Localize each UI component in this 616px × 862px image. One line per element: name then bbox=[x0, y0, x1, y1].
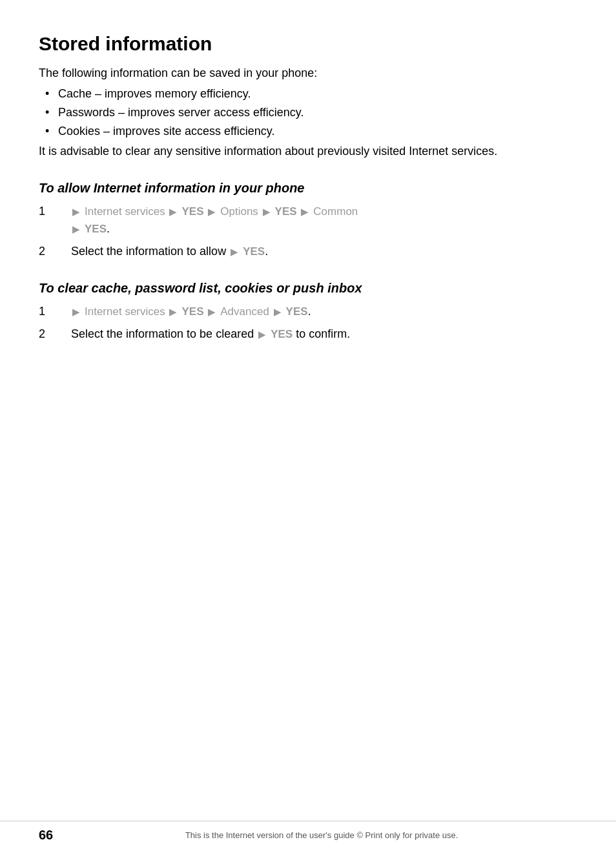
step2-text: Select the information to allow bbox=[71, 245, 229, 258]
arrow-icon-4: ▶ bbox=[263, 206, 271, 217]
nav-advanced: Advanced bbox=[220, 305, 272, 318]
nav-options: Options bbox=[220, 205, 261, 218]
footer-text: This is the Internet version of the user… bbox=[66, 830, 577, 840]
section1-step1: 1 ▶ Internet services ▶ YES ▶ Options ▶ … bbox=[39, 203, 577, 238]
arrow-icon-6: ▶ bbox=[72, 223, 80, 234]
arrow-icon-2: ▶ bbox=[169, 206, 177, 217]
nav-internet-services-2: Internet services bbox=[85, 305, 168, 318]
step1-number: 1 bbox=[39, 203, 71, 220]
nav-internet-services-1: Internet services bbox=[85, 205, 168, 218]
arrow-icon-11: ▶ bbox=[274, 306, 282, 317]
section2-heading: To clear cache, password list, cookies o… bbox=[39, 280, 577, 296]
page-title: Stored information bbox=[39, 32, 577, 56]
bullet-item-3: Cookies – improves site access efficienc… bbox=[58, 122, 577, 141]
arrow-icon-5: ▶ bbox=[301, 206, 309, 217]
section1: To allow Internet information in your ph… bbox=[39, 180, 577, 260]
nav-yes-4: YES bbox=[181, 305, 207, 318]
footer: 66 This is the Internet version of the u… bbox=[0, 821, 616, 849]
arrow-icon-10: ▶ bbox=[208, 306, 216, 317]
period-3: . bbox=[308, 305, 311, 318]
nav-yes-3: YES bbox=[85, 223, 107, 235]
bullet-item-1: Cache – improves memory efficiency. bbox=[58, 85, 577, 103]
intro-text: The following information can be saved i… bbox=[39, 65, 577, 82]
page-number: 66 bbox=[39, 828, 53, 843]
section1-step2: 2 Select the information to allow ▶ YES. bbox=[39, 243, 577, 260]
arrow-icon-7: ▶ bbox=[231, 246, 238, 257]
nav-common: Common bbox=[313, 205, 358, 218]
arrow-icon-3: ▶ bbox=[208, 206, 216, 217]
bullet-item-2: Passwords – improves server access effic… bbox=[58, 103, 577, 122]
step4-yes: YES bbox=[271, 328, 293, 340]
arrow-icon-1: ▶ bbox=[72, 206, 80, 217]
section2-step2: 2 Select the information to be cleared ▶… bbox=[39, 325, 577, 343]
period-1: . bbox=[107, 222, 110, 235]
arrow-icon-9: ▶ bbox=[169, 306, 177, 317]
step2-content: Select the information to allow ▶ YES. bbox=[71, 243, 577, 260]
nav-yes-2: YES bbox=[275, 205, 300, 218]
step4-number: 2 bbox=[39, 325, 71, 343]
step3-content: ▶ Internet services ▶ YES ▶ Advanced ▶ Y… bbox=[71, 303, 577, 320]
step3-number: 1 bbox=[39, 303, 71, 320]
nav-yes-1: YES bbox=[181, 205, 207, 218]
step2-number: 2 bbox=[39, 243, 71, 260]
step4-suffix: to confirm. bbox=[296, 327, 350, 340]
bullet-list: Cache – improves memory efficiency. Pass… bbox=[58, 85, 577, 140]
section2: To clear cache, password list, cookies o… bbox=[39, 280, 577, 343]
section1-heading: To allow Internet information in your ph… bbox=[39, 180, 577, 196]
step1-content: ▶ Internet services ▶ YES ▶ Options ▶ YE… bbox=[71, 203, 577, 238]
period-2: . bbox=[265, 245, 268, 258]
advisory-text: It is advisable to clear any sensitive i… bbox=[39, 143, 577, 160]
page-container: Stored information The following informa… bbox=[0, 0, 616, 414]
step4-content: Select the information to be cleared ▶ Y… bbox=[71, 325, 577, 343]
step2-yes: YES bbox=[243, 245, 265, 258]
nav-yes-5: YES bbox=[286, 305, 308, 318]
section2-step1: 1 ▶ Internet services ▶ YES ▶ Advanced ▶… bbox=[39, 303, 577, 320]
arrow-icon-12: ▶ bbox=[258, 329, 266, 340]
step4-text: Select the information to be cleared bbox=[71, 327, 257, 340]
arrow-icon-8: ▶ bbox=[72, 306, 80, 317]
